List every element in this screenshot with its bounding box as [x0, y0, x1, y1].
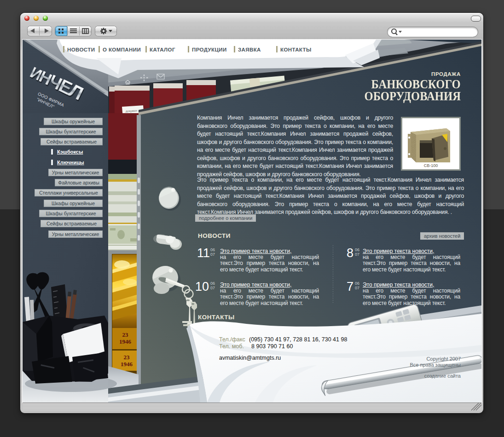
svg-text:СВ-100: СВ-100 — [424, 163, 438, 168]
svg-text:23: 23 — [122, 331, 129, 338]
svg-text:1946: 1946 — [119, 338, 132, 345]
svg-text:23: 23 — [124, 354, 130, 361]
svg-text:1946: 1946 — [121, 361, 133, 368]
